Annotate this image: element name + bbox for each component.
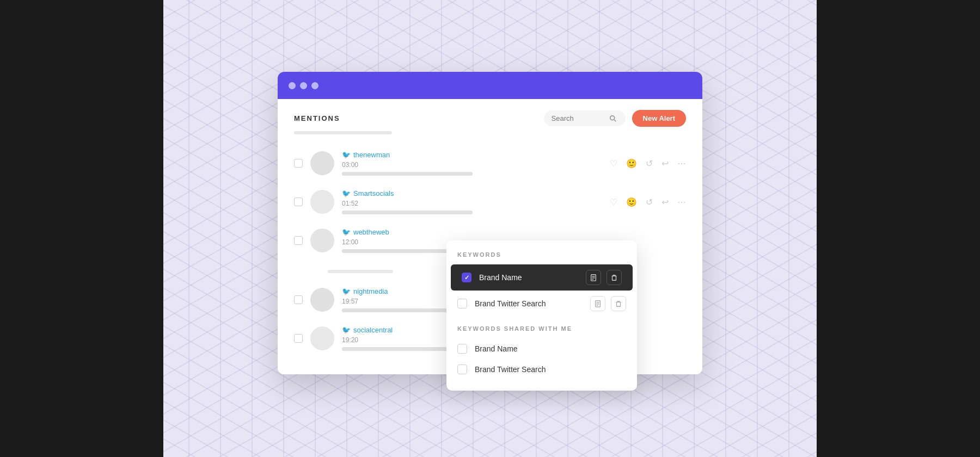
keyword-delete-1[interactable] <box>607 270 622 285</box>
new-alert-button[interactable]: New Alert <box>632 110 686 127</box>
emoji-icon-2[interactable]: 🙂 <box>626 197 637 207</box>
mention-text-bar-1 <box>342 172 473 176</box>
svg-rect-6 <box>612 276 616 280</box>
mention-time-1: 03:00 <box>342 161 602 169</box>
left-panel <box>0 0 163 457</box>
keyword-item-brand-twitter[interactable]: Brand Twitter Search <box>446 291 637 317</box>
keyword-checkbox-2[interactable] <box>457 299 467 308</box>
mention-avatar-1 <box>310 151 334 175</box>
search-input[interactable] <box>552 114 606 122</box>
mention-checkbox-4[interactable] <box>294 295 303 304</box>
keyword-item-brand-name[interactable]: Brand Name <box>451 264 633 291</box>
mention-user-1: 🐦 thenewman <box>342 151 602 159</box>
mention-checkbox-3[interactable] <box>294 236 303 245</box>
keyword-actions-1 <box>586 270 622 285</box>
mention-avatar-4 <box>310 288 334 312</box>
shared-keyword-label-1: Brand Name <box>475 344 626 353</box>
shared-keyword-item-2[interactable]: Brand Twitter Search <box>446 359 637 380</box>
svg-line-1 <box>614 120 616 121</box>
traffic-light-maximize[interactable] <box>311 82 318 89</box>
keyword-edit-1[interactable] <box>586 270 601 285</box>
mention-checkbox-2[interactable] <box>294 197 303 206</box>
traffic-light-close[interactable] <box>289 82 296 89</box>
shared-keyword-checkbox-2[interactable] <box>457 365 467 374</box>
mention-user-3: 🐦 webtheweb <box>342 228 678 236</box>
twitter-icon-3: 🐦 <box>342 228 351 236</box>
like-icon-2[interactable]: ♡ <box>610 197 617 207</box>
reply-icon-2[interactable]: ↩ <box>661 197 669 207</box>
twitter-icon-5: 🐦 <box>342 326 351 334</box>
twitter-icon-1: 🐦 <box>342 151 351 159</box>
retweet-icon-2[interactable]: ↺ <box>646 197 653 207</box>
mention-text-bar-2 <box>342 211 473 214</box>
mention-username-5: socialcentral <box>353 326 393 334</box>
mention-user-2: 🐦 Smartsocials <box>342 189 602 197</box>
mention-checkbox-1[interactable] <box>294 159 303 168</box>
shared-keyword-item-1[interactable]: Brand Name <box>446 338 637 359</box>
mention-checkbox-5[interactable] <box>294 334 303 343</box>
header-controls: New Alert <box>544 110 686 127</box>
mention-avatar-5 <box>310 326 334 350</box>
more-icon-2[interactable]: ⋯ <box>677 197 686 207</box>
emoji-icon-1[interactable]: 🙂 <box>626 158 637 169</box>
mention-actions-1: ♡ 🙂 ↺ ↩ ⋯ <box>610 158 686 169</box>
mention-avatar-2 <box>310 190 334 214</box>
mention-username-2: Smartsocials <box>353 189 394 197</box>
mention-avatar-3 <box>310 228 334 252</box>
mention-time-2: 01:52 <box>342 200 602 207</box>
mention-username-1: thenewman <box>353 151 390 159</box>
keyword-delete-2[interactable] <box>611 296 626 311</box>
search-icon <box>609 115 617 122</box>
app-container: MENTIONS New Alert <box>278 83 702 374</box>
twitter-icon-4: 🐦 <box>342 287 351 295</box>
mention-username-3: webtheweb <box>353 228 389 236</box>
keyword-actions-2 <box>590 296 626 311</box>
more-icon-1[interactable]: ⋯ <box>677 158 686 169</box>
mentions-title: MENTIONS <box>294 114 340 122</box>
mention-actions-2: ♡ 🙂 ↺ ↩ ⋯ <box>610 197 686 207</box>
mention-item: 🐦 Smartsocials 01:52 ♡ 🙂 ↺ ↩ ⋯ <box>294 183 686 221</box>
twitter-icon-2: 🐦 <box>342 189 351 197</box>
keywords-popup: KEYWORDS Brand Name <box>446 240 637 391</box>
svg-point-0 <box>610 115 614 120</box>
svg-rect-11 <box>617 302 621 306</box>
like-icon-1[interactable]: ♡ <box>610 158 617 169</box>
mention-item: 🐦 thenewman 03:00 ♡ 🙂 ↺ ↩ ⋯ <box>294 144 686 183</box>
reply-icon-1[interactable]: ↩ <box>661 158 669 169</box>
shared-keyword-label-2: Brand Twitter Search <box>475 365 626 374</box>
filter-bar <box>294 131 392 134</box>
retweet-icon-1[interactable]: ↺ <box>646 158 653 169</box>
keyword-checkbox-1[interactable] <box>462 273 471 282</box>
keywords-shared-title: KEYWORDS SHARED WITH ME <box>446 317 637 338</box>
date-separator <box>328 270 393 273</box>
keyword-edit-2[interactable] <box>590 296 605 311</box>
shared-keyword-checkbox-1[interactable] <box>457 344 467 354</box>
keyword-label-2: Brand Twitter Search <box>475 299 583 308</box>
mention-username-4: nightmedia <box>353 287 388 295</box>
keywords-section-title: KEYWORDS <box>446 251 637 264</box>
right-panel <box>817 0 980 457</box>
title-bar <box>278 72 702 99</box>
mention-content-1: 🐦 thenewman 03:00 <box>342 151 602 176</box>
keyword-label-1: Brand Name <box>479 273 578 282</box>
search-box[interactable] <box>544 110 626 126</box>
traffic-light-minimize[interactable] <box>300 82 307 89</box>
header-row: MENTIONS New Alert <box>294 110 686 127</box>
mention-content-2: 🐦 Smartsocials 01:52 <box>342 189 602 214</box>
